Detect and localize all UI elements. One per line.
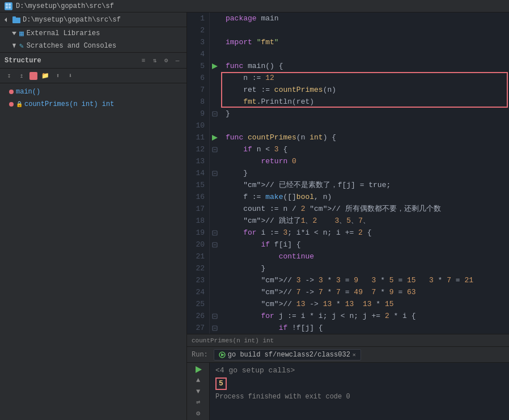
- code-line-17: count := n / 2 "cm">// 所有偶数都不要，还剩几个数: [226, 203, 503, 215]
- collapse-all-icon[interactable]: —: [173, 56, 182, 65]
- struct-btn-4[interactable]: 📁: [41, 71, 50, 80]
- main-layout: D:\mysetup\gopath\src\sf ▦ External Libr…: [0, 12, 509, 420]
- code-line-3: import "fmt": [226, 36, 503, 48]
- code-line-9: }: [226, 108, 503, 120]
- gutter-cell-26: [210, 310, 220, 322]
- structure-subtoolbar: ↧ ↥ 📁 ⬆ ⬇: [0, 69, 186, 83]
- code-line-12: if n < 3 {: [226, 143, 503, 155]
- svg-marker-27: [196, 366, 202, 373]
- sort-icon[interactable]: ⇅: [150, 56, 159, 65]
- structure-panel: Structure ≡ ⇅ ⚙ — ↧ ↥ 📁 ⬆ ⬇: [0, 52, 186, 420]
- gutter-cell-13: [210, 155, 220, 167]
- gutter-cell-22: [210, 262, 220, 274]
- gutter-cell-14: [210, 167, 220, 179]
- svg-rect-5: [12, 18, 20, 23]
- external-libraries-label: External Libraries: [27, 29, 100, 37]
- code-line-23: "cm">// 3 -> 3 * 3 = 9 3 * 5 = 15 3 * 7 …: [226, 274, 503, 286]
- code-line-2: [226, 24, 503, 36]
- run-down-btn[interactable]: ▼: [193, 387, 204, 396]
- code-line-25: "cm">// 13 -> 13 * 13 13 * 15: [226, 298, 503, 310]
- run-result-number: 5: [215, 377, 227, 390]
- run-output-process: Process finished with exit code 0: [215, 391, 503, 402]
- struct-btn-5[interactable]: ⬆: [53, 71, 62, 80]
- code-section: 1234567891011121314151617181920212223242…: [187, 12, 509, 334]
- structure-header: Structure ≡ ⇅ ⚙ —: [0, 53, 186, 69]
- svg-marker-12: [212, 135, 218, 141]
- sidebar-project-root[interactable]: D:\mysetup\gopath\src\sf: [0, 12, 186, 27]
- run-play-btn[interactable]: [193, 365, 204, 374]
- code-line-14: }: [226, 167, 503, 179]
- code-line-26: for j := i * i; j < n; j += 2 * i {: [226, 310, 503, 322]
- structure-toolbar: ≡ ⇅ ⚙ —: [139, 56, 182, 65]
- library-icon: ▦: [19, 29, 24, 38]
- code-line-24: "cm">// 7 -> 7 * 7 = 49 7 * 9 = 63: [226, 286, 503, 298]
- structure-items: main() 🔒 countPrimes(n int) int: [0, 83, 186, 420]
- run-tab-label: go build sf/newclass2/class032: [228, 351, 350, 359]
- collapse-icon-ext: [11, 31, 17, 36]
- code-line-5: func main() {: [226, 60, 503, 72]
- svg-marker-8: [12, 44, 16, 48]
- code-line-27: if !f[j] {: [226, 322, 503, 334]
- gutter-cell-3: [210, 36, 220, 48]
- gutter-cell-4: [210, 48, 220, 60]
- code-line-15: "cm">// 已经不是素数了，f[j] = true;: [226, 179, 503, 191]
- scratches-icon: ✎: [19, 41, 24, 50]
- line-numbers: 1234567891011121314151617181920212223242…: [187, 12, 210, 334]
- error-dot-countprimes: [9, 102, 14, 107]
- run-tab-bar: Run: go build sf/newclass2/class032 ✕: [187, 347, 509, 363]
- code-line-20: if f[i] {: [226, 239, 503, 251]
- svg-rect-6: [12, 16, 16, 18]
- run-sidebar: ▲ ▼ ⇌ ⚙: [187, 363, 210, 420]
- code-line-18: "cm">// 跳过了1、2 3、5、7、: [226, 215, 503, 227]
- editor-area: 1234567891011121314151617181920212223242…: [187, 12, 509, 420]
- run-tab-close[interactable]: ✕: [353, 351, 356, 358]
- structure-item-countprimes[interactable]: 🔒 countPrimes(n int) int: [0, 98, 186, 111]
- folder-icon-root: [12, 16, 20, 23]
- structure-item-countprimes-label: countPrimes(n int) int: [24, 100, 114, 108]
- run-up-btn[interactable]: ▲: [193, 376, 204, 384]
- run-panel: Run: go build sf/newclass2/class032 ✕: [187, 346, 509, 420]
- gutter-cell-16: [210, 191, 220, 203]
- top-bar: D:\mysetup\gopath\src\sf: [0, 0, 509, 12]
- struct-btn-2[interactable]: ↥: [17, 71, 26, 80]
- structure-item-main[interactable]: main(): [0, 86, 186, 98]
- struct-btn-6[interactable]: ⬇: [66, 71, 75, 80]
- code-line-11: func countPrimes(n int) {: [226, 131, 503, 143]
- sidebar-item-scratches[interactable]: ✎ Scratches and Consoles: [0, 40, 186, 52]
- run-settings-btn[interactable]: ⚙: [193, 409, 204, 418]
- gutter-cell-24: [210, 286, 220, 298]
- gutter-cell-5: [210, 60, 220, 72]
- struct-btn-1[interactable]: ↧: [5, 71, 14, 80]
- code-line-10: [226, 120, 503, 131]
- error-dot-main: [9, 90, 14, 94]
- gutter-cell-20: [210, 239, 220, 251]
- run-content: ▲ ▼ ⇌ ⚙ <4 go setup calls> 5 Process fin…: [187, 363, 509, 420]
- status-text: countPrimes(n int) int: [192, 337, 274, 344]
- run-output-result: 5: [215, 377, 503, 390]
- struct-btn-3[interactable]: [29, 72, 37, 80]
- settings-icon[interactable]: ⚙: [162, 56, 171, 65]
- run-wrap-btn[interactable]: ⇌: [193, 398, 204, 406]
- code-line-1: package main: [226, 12, 503, 24]
- gutter-cell-17: [210, 203, 220, 215]
- run-tab[interactable]: go build sf/newclass2/class032 ✕: [214, 349, 361, 360]
- code-line-8: fmt.Println(ret): [226, 96, 503, 108]
- structure-title: Structure: [5, 57, 41, 65]
- sidebar-item-external-libraries[interactable]: ▦ External Libraries: [0, 27, 186, 40]
- code-text[interactable]: package mainimport "fmt"func main() { n …: [220, 12, 509, 334]
- project-root-label: D:\mysetup\gopath\src\sf: [23, 16, 121, 24]
- gutter-cell-15: [210, 179, 220, 191]
- svg-marker-26: [221, 353, 224, 357]
- gutter-cell-23: [210, 274, 220, 286]
- gutter-cell-8: [210, 96, 220, 108]
- gutter-cell-1: [210, 12, 220, 24]
- code-line-4: [226, 48, 503, 60]
- code-line-7: ret := countPrimes(n): [226, 84, 503, 96]
- run-text-area: <4 go setup calls> 5 Process finished wi…: [210, 363, 509, 420]
- svg-marker-9: [212, 63, 218, 69]
- gutter-cell-19: [210, 227, 220, 239]
- code-line-6: n := 12: [226, 72, 503, 84]
- gutter-cell-2: [210, 24, 220, 36]
- scratches-label: Scratches and Consoles: [27, 42, 116, 50]
- sort-alpha-icon[interactable]: ≡: [139, 56, 148, 65]
